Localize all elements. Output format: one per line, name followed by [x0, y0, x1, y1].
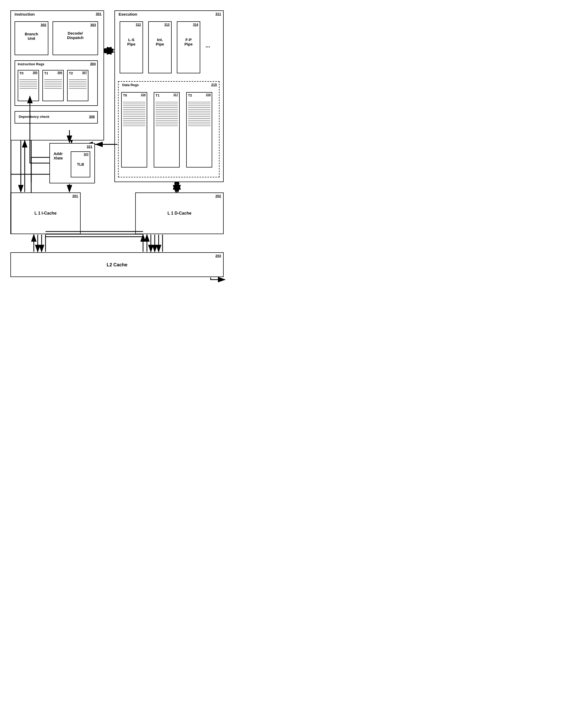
ref-318: 318 — [206, 93, 211, 96]
t1-317-box: 317 T1 — [154, 92, 180, 168]
ref-312: 312 — [136, 23, 141, 26]
ref-202: 202 — [215, 194, 221, 198]
t2-318-box: 318 T2 — [186, 92, 212, 168]
ref-203: 203 — [215, 254, 221, 258]
ref-304: 304 — [90, 62, 96, 66]
t1-306-box: 306 T1 — [42, 70, 64, 101]
execution-unit-label: Execution — [119, 12, 137, 16]
fp-pipe-box: 314 F-PPipe — [177, 21, 200, 74]
fp-pipe-label: F-PPipe — [184, 38, 193, 46]
instruction-unit-box: 301 Instruction 302 BranchUnit 303 Decod… — [10, 10, 104, 141]
ref-321: 321 — [87, 145, 92, 148]
branch-unit-label: BranchUnit — [25, 32, 38, 41]
ref-308: 308 — [89, 115, 94, 119]
l2-cache-box: 203 L2 Cache — [10, 252, 224, 277]
ref-323: 323 — [84, 153, 88, 156]
ref-303: 303 — [90, 23, 96, 27]
ellipsis: ... — [206, 42, 210, 49]
decode-dispatch-box: 303 Decode/Dispatch — [52, 21, 98, 55]
t0-316-label: T0 — [123, 93, 127, 97]
t2-318-label: T2 — [188, 93, 192, 97]
ref-317: 317 — [173, 93, 178, 96]
ref-305: 305 — [33, 71, 38, 74]
instruction-unit-label: Instruction — [15, 12, 35, 16]
t2-307-label: T2 — [69, 71, 73, 75]
ref-302: 302 — [41, 23, 46, 27]
t0-305-label: T0 — [20, 71, 23, 75]
execution-unit-box: 311 Execution 312 L-SPipe 313 Int.Pipe 3… — [114, 10, 224, 182]
int-pipe-box: 313 Int.Pipe — [148, 21, 172, 74]
dependency-check-label: Dependency check — [19, 115, 49, 119]
l1-dcache-label: L 1 D-Cache — [167, 211, 191, 216]
t0-316-box: 316 T0 — [121, 92, 147, 168]
addr-xlate-box: 321 AddrXlate 323 TLB — [49, 143, 95, 183]
ref-311: 311 — [215, 12, 221, 16]
l1-dcache-box: 202 L 1 D-Cache — [135, 192, 224, 234]
t2-307-box: 307 T2 — [67, 70, 88, 101]
t1-317-label: T1 — [155, 93, 160, 97]
ref-313: 313 — [164, 23, 170, 26]
ref-307: 307 — [82, 71, 87, 74]
tlb-box: 323 TLB — [71, 151, 90, 177]
branch-unit-box: 302 BranchUnit — [15, 21, 48, 55]
cpu-architecture-diagram: 301 Instruction 302 BranchUnit 303 Decod… — [5, 5, 229, 281]
l1-icache-label: L 1 I-Cache — [34, 211, 57, 216]
ref-215: 215 — [211, 83, 217, 87]
ref-301: 301 — [96, 12, 101, 16]
ref-306: 306 — [58, 71, 62, 74]
data-regs-label: Data Regs — [122, 83, 139, 87]
decode-dispatch-label: Decode/Dispatch — [67, 31, 83, 40]
t1-306-label: T1 — [44, 71, 48, 75]
data-regs-box: 215 Data Regs 316 T0 317 T1 — [118, 81, 219, 177]
instruction-regs-box: 304 Instruction Regs 305 T0 306 T1 — [15, 60, 98, 106]
dependency-check-box: Dependency check 308 — [15, 111, 98, 124]
ref-314: 314 — [193, 23, 198, 26]
tlb-label: TLB — [77, 162, 84, 166]
l2-cache-label: L2 Cache — [107, 262, 127, 267]
addr-xlate-label: AddrXlate — [54, 151, 63, 160]
l1-icache-box: 201 L 1 I-Cache — [10, 192, 81, 234]
ls-pipe-box: 312 L-SPipe — [120, 21, 143, 74]
int-pipe-label: Int.Pipe — [156, 38, 164, 46]
ls-pipe-label: L-SPipe — [127, 38, 135, 46]
t0-305-box: 305 T0 — [18, 70, 39, 101]
ref-201: 201 — [72, 194, 78, 198]
instruction-regs-label: Instruction Regs — [18, 62, 44, 66]
ref-316: 316 — [141, 93, 146, 96]
